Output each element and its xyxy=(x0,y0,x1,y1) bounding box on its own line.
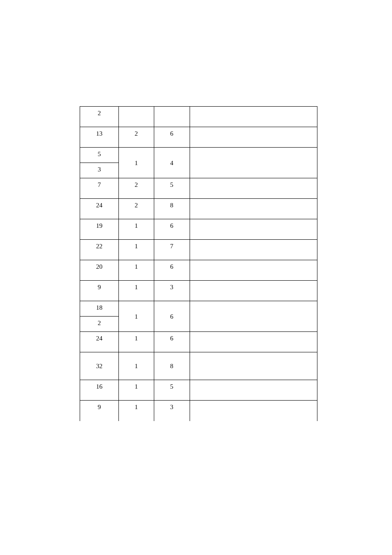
cell-value: 6 xyxy=(170,263,173,270)
cell-c2-merged: 1 xyxy=(118,148,154,178)
cell-value: 3 xyxy=(98,166,101,173)
cell-value: 5 xyxy=(98,151,101,158)
cell-value: 16 xyxy=(96,383,102,390)
cell-value: 1 xyxy=(135,263,138,270)
cell-c3: 3 xyxy=(154,401,190,421)
cell-value: 1 xyxy=(135,222,138,230)
table-row: 9 1 3 xyxy=(80,401,317,421)
table-row: 13 2 6 xyxy=(80,127,317,148)
cell-c2: 1 xyxy=(118,401,154,421)
cell-value: 2 xyxy=(135,130,138,137)
cell-c1: 5 xyxy=(80,148,119,163)
cell-c1: 19 xyxy=(80,219,119,240)
cell-c2: 1 xyxy=(118,219,154,240)
table-row: 5 1 4 xyxy=(80,148,317,163)
cell-c3: 5 xyxy=(154,380,190,401)
cell-value: 4 xyxy=(170,160,173,167)
cell-value: 3 xyxy=(170,284,173,291)
cell-c4 xyxy=(190,380,317,401)
cell-c4 xyxy=(190,240,317,260)
cell-value: 22 xyxy=(96,243,102,250)
cell-value: 6 xyxy=(170,335,173,342)
cell-c4 xyxy=(190,178,317,199)
cell-value: 2 xyxy=(98,320,101,327)
cell-c3: 8 xyxy=(154,199,190,219)
cell-c3: 6 xyxy=(154,332,190,352)
cell-value: 1 xyxy=(135,313,138,320)
cell-c3: 6 xyxy=(154,260,190,281)
cell-c4 xyxy=(190,401,317,421)
table-row: 7 2 5 xyxy=(80,178,317,199)
cell-c3: 6 xyxy=(154,219,190,240)
cell-c3: 6 xyxy=(154,127,190,148)
cell-c1: 16 xyxy=(80,380,119,401)
data-table: 2 13 2 6 5 1 4 3 7 2 5 xyxy=(80,106,317,421)
cell-value: 9 xyxy=(98,284,101,291)
cell-c4 xyxy=(190,352,317,380)
cell-c1: 18 xyxy=(80,301,119,317)
cell-c3 xyxy=(154,107,190,127)
table-row: 16 1 5 xyxy=(80,380,317,401)
cell-c2: 2 xyxy=(118,127,154,148)
cell-c1: 9 xyxy=(80,281,119,301)
cell-c1: 20 xyxy=(80,260,119,281)
cell-c2: 1 xyxy=(118,380,154,401)
cell-c2: 1 xyxy=(118,352,154,380)
cell-value: 2 xyxy=(135,181,138,189)
cell-value: 1 xyxy=(135,404,138,411)
cell-c1: 2 xyxy=(80,107,119,127)
cell-value: 5 xyxy=(170,181,173,189)
cell-value: 1 xyxy=(135,243,138,250)
cell-value: 24 xyxy=(96,335,102,342)
cell-c2: 1 xyxy=(118,332,154,352)
cell-c2: 1 xyxy=(118,240,154,260)
cell-c3-merged: 6 xyxy=(154,301,190,332)
cell-c1: 2 xyxy=(80,317,119,332)
cell-value: 1 xyxy=(135,383,138,390)
cell-value: 6 xyxy=(170,313,173,320)
cell-value: 13 xyxy=(96,130,102,137)
table-row: 9 1 3 xyxy=(80,281,317,301)
cell-c4 xyxy=(190,281,317,301)
cell-value: 20 xyxy=(96,263,102,270)
cell-c1: 24 xyxy=(80,332,119,352)
cell-c3-merged: 4 xyxy=(154,148,190,178)
cell-c1: 9 xyxy=(80,401,119,421)
table-row: 22 1 7 xyxy=(80,240,317,260)
cell-value: 5 xyxy=(170,383,173,390)
cell-value: 8 xyxy=(170,202,173,209)
cell-value: 1 xyxy=(135,284,138,291)
cell-c3: 8 xyxy=(154,352,190,380)
cell-c4 xyxy=(190,332,317,352)
cell-c4 xyxy=(190,127,317,148)
data-table-wrapper: 2 13 2 6 5 1 4 3 7 2 5 xyxy=(80,106,317,421)
cell-c1: 13 xyxy=(80,127,119,148)
cell-value: 7 xyxy=(98,181,101,189)
cell-c4 xyxy=(190,148,317,178)
table-row: 32 1 8 xyxy=(80,352,317,380)
cell-c4 xyxy=(190,260,317,281)
cell-c4 xyxy=(190,301,317,332)
cell-c2: 1 xyxy=(118,260,154,281)
cell-value: 1 xyxy=(135,363,138,370)
cell-value: 7 xyxy=(170,243,173,250)
cell-c4 xyxy=(190,107,317,127)
cell-c1: 24 xyxy=(80,199,119,219)
cell-value: 2 xyxy=(98,110,101,117)
table-row: 24 1 6 xyxy=(80,332,317,352)
cell-value: 6 xyxy=(170,130,173,137)
cell-c2: 2 xyxy=(118,199,154,219)
cell-c3: 3 xyxy=(154,281,190,301)
cell-c1: 7 xyxy=(80,178,119,199)
cell-value: 6 xyxy=(170,222,173,230)
cell-value: 24 xyxy=(96,202,102,209)
cell-c1: 32 xyxy=(80,352,119,380)
cell-value: 1 xyxy=(135,160,138,167)
cell-value: 19 xyxy=(96,222,102,230)
cell-c2: 1 xyxy=(118,281,154,301)
table-row: 2 xyxy=(80,107,317,127)
cell-value: 1 xyxy=(135,335,138,342)
cell-value: 3 xyxy=(170,404,173,411)
cell-value: 9 xyxy=(98,404,101,411)
table-row: 20 1 6 xyxy=(80,260,317,281)
